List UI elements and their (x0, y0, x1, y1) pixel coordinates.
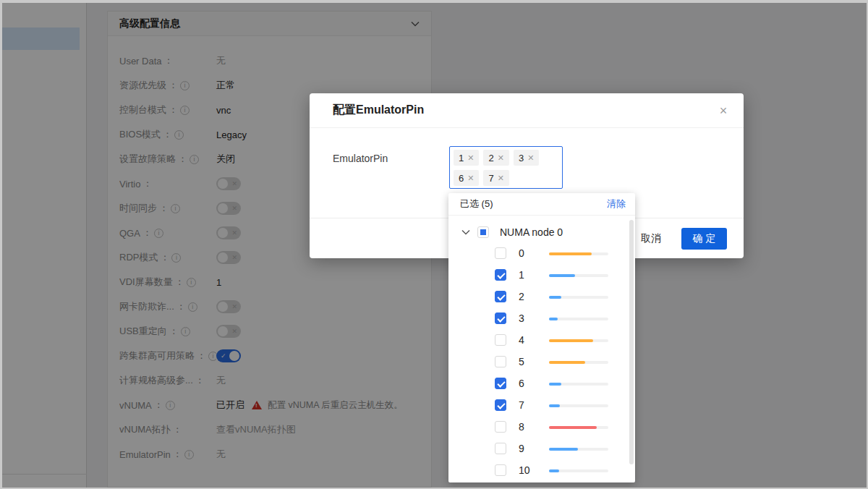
selected-core-tag[interactable]: 1 ✕ (454, 150, 479, 166)
usage-bar (549, 469, 608, 472)
app-window: 高级配置信息 User Data ： 无 资源优先级 ： i 正常 控制台模式 … (2, 3, 867, 488)
core-option-row[interactable]: 1 (448, 265, 635, 286)
core-option-row[interactable]: 8 (448, 417, 635, 438)
core-checkbox[interactable] (495, 247, 506, 259)
chevron-down-icon[interactable] (461, 229, 470, 235)
usage-bar (549, 448, 608, 451)
core-checkbox[interactable] (495, 443, 506, 454)
core-option-row[interactable]: 5 (448, 352, 635, 373)
core-option-row[interactable]: 6 (448, 373, 635, 395)
core-number: 7 (519, 399, 524, 411)
core-checkbox[interactable] (495, 399, 506, 411)
clear-link[interactable]: 清除 (607, 197, 626, 211)
usage-bar (549, 383, 608, 386)
selected-core-tag[interactable]: 7 ✕ (483, 170, 509, 186)
core-checkbox[interactable] (495, 334, 506, 346)
remove-tag-icon[interactable]: ✕ (467, 174, 474, 183)
core-select-dropdown: 已选 (5) 清除 NUMA node 0 0 1 2 (448, 193, 635, 482)
usage-bar (549, 252, 608, 255)
core-number: 8 (519, 421, 524, 433)
core-number: 0 (519, 247, 524, 259)
usage-bar (549, 339, 608, 342)
selected-count-label: 已选 (5) (460, 197, 493, 211)
confirm-button[interactable]: 确 定 (681, 228, 727, 250)
core-checkbox[interactable] (495, 291, 506, 302)
core-number: 3 (519, 312, 524, 324)
core-number: 9 (519, 443, 524, 454)
core-number: 5 (519, 356, 524, 367)
core-number: 4 (519, 334, 524, 346)
core-option-row[interactable]: 3 (448, 308, 635, 330)
core-checkbox[interactable] (495, 378, 506, 389)
core-number: 10 (519, 464, 530, 476)
core-checkbox[interactable] (495, 464, 506, 476)
usage-bar (549, 318, 608, 320)
selected-core-tag[interactable]: 2 ✕ (483, 150, 509, 166)
core-option-row[interactable]: 10 (448, 460, 635, 482)
numa-tree: NUMA node 0 0 1 2 3 4 (448, 221, 635, 482)
usage-bar (549, 361, 608, 364)
numa-node-label: NUMA node 0 (500, 226, 563, 238)
core-checkbox[interactable] (495, 421, 506, 433)
remove-tag-icon[interactable]: ✕ (467, 153, 474, 163)
usage-bar (549, 296, 608, 299)
numa-node-checkbox[interactable] (477, 226, 489, 238)
selected-core-tag[interactable]: 3 ✕ (514, 150, 539, 166)
core-number: 6 (519, 378, 524, 389)
cancel-button[interactable]: 取消 (641, 232, 661, 245)
remove-tag-icon[interactable]: ✕ (498, 153, 504, 163)
usage-bar (549, 404, 608, 407)
usage-bar (549, 426, 608, 429)
modal-header: 配置EmulatorPin (310, 93, 744, 128)
core-checkbox[interactable] (495, 312, 506, 324)
emulatorpin-tag-select[interactable]: 1 ✕ 2 ✕ 3 ✕ 6 ✕ 7 ✕ (449, 146, 563, 189)
core-option-row[interactable]: 0 (448, 243, 635, 265)
core-option-row[interactable]: 7 (448, 395, 635, 417)
core-option-row[interactable]: 4 (448, 330, 635, 352)
numa-node-row[interactable]: NUMA node 0 (448, 221, 635, 243)
core-option-list: 0 1 2 3 4 5 (448, 243, 635, 482)
modal-title: 配置EmulatorPin (333, 103, 424, 118)
remove-tag-icon[interactable]: ✕ (498, 174, 504, 183)
core-option-row[interactable]: 9 (448, 438, 635, 460)
remove-tag-icon[interactable]: ✕ (527, 153, 534, 163)
core-option-row[interactable]: 2 (448, 286, 635, 308)
core-checkbox[interactable] (495, 269, 506, 281)
core-checkbox[interactable] (495, 356, 506, 367)
selected-core-tag[interactable]: 6 ✕ (454, 170, 479, 186)
core-number: 2 (519, 291, 524, 302)
core-number: 1 (519, 269, 524, 281)
close-icon[interactable]: × (715, 102, 732, 119)
emulatorpin-field-label: EmulatorPin (333, 153, 388, 164)
dropdown-header: 已选 (5) 清除 (448, 193, 635, 216)
scrollbar-thumb[interactable] (629, 220, 634, 464)
usage-bar (549, 274, 608, 277)
